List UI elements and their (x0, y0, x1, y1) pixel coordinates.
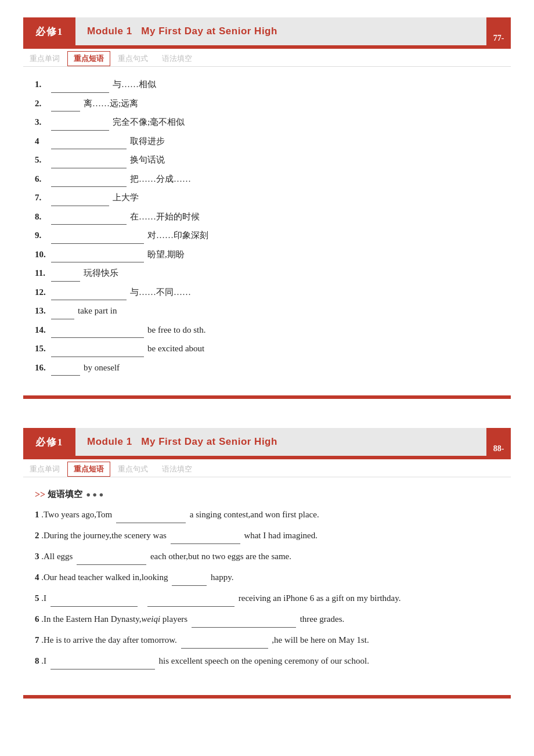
module-title-bar-1: Module 1 My First Day at Senior High (75, 17, 486, 45)
module-header-2: 必修1 Module 1 My First Day at Senior High… (23, 428, 511, 456)
phrase-item-10: 10. 盼望,期盼 (35, 247, 499, 263)
blank-16[interactable] (51, 361, 80, 376)
spacer-1 (23, 416, 511, 428)
fill-item-4: 4 .Our head teacher walked in,looking ha… (35, 570, 499, 586)
module-title-2: Module 1 My First Day at Senior High (87, 436, 277, 448)
fill-blank-4[interactable] (172, 570, 207, 586)
tab-sentences-1[interactable]: 重点句式 (111, 51, 154, 66)
fill-blank-7[interactable] (181, 632, 268, 649)
nav-tabs-1: 重点单词 重点短语 重点句式 语法填空 (23, 49, 511, 67)
nav-tabs-2: 重点单词 重点短语 重点句式 语法填空 (23, 459, 511, 477)
blank-6[interactable] (51, 172, 127, 188)
bottom-red-bar-2 (23, 695, 511, 699)
phrase-item-5: 5. 换句话说 (35, 153, 499, 168)
page-num-1: 77- (486, 17, 511, 45)
blank-13[interactable] (51, 304, 74, 319)
fill-item-6: 6 .In the Eastern Han Dynasty,weiqi play… (35, 611, 499, 628)
section-1: 必修1 Module 1 My First Day at Senior High… (23, 17, 511, 399)
blank-8[interactable] (51, 210, 127, 225)
fill-blank-5a[interactable] (50, 591, 138, 607)
phrase-item-1: 1. 与……相似 (35, 77, 499, 93)
module-title-bar-2: Module 1 My First Day at Senior High (75, 428, 486, 456)
fill-blank-2[interactable] (171, 528, 240, 544)
phrase-item-2: 2. 离……远;远离 (35, 96, 499, 112)
phrase-item-8: 8. 在……开始的时候 (35, 210, 499, 225)
fill-section: >> 短语填空 ● ● ● 1 .Two years ago,Tom a sin… (23, 483, 511, 686)
fill-blank-3[interactable] (77, 549, 146, 565)
phrase-item-9: 9. 对……印象深刻 (35, 228, 499, 244)
blank-10[interactable] (51, 247, 144, 263)
tab-phrases-1[interactable]: 重点短语 (67, 51, 110, 66)
tab-keywords-1[interactable]: 重点单词 (23, 51, 66, 66)
phrase-item-14: 14. be free to do sth. (35, 323, 499, 339)
fill-blank-6[interactable] (192, 611, 296, 628)
module-header-1: 必修1 Module 1 My First Day at Senior High… (23, 17, 511, 45)
blank-9[interactable] (51, 228, 144, 244)
tab-grammar-1[interactable]: 语法填空 (156, 51, 199, 66)
spacer-2 (23, 716, 511, 728)
fill-blank-8[interactable] (50, 653, 155, 669)
blank-14[interactable] (51, 323, 144, 339)
fill-item-5: 5 .I receiving an iPhone 6 as a gift on … (35, 591, 499, 607)
module-badge-1: 必修1 (23, 17, 75, 45)
fill-item-7: 7 .He is to arrive the day after tomorro… (35, 632, 499, 649)
phrase-item-11: 11. 玩得快乐 (35, 266, 499, 282)
fill-title: >> 短语填空 ● ● ● (35, 489, 499, 500)
blank-4[interactable] (51, 134, 127, 150)
blank-5[interactable] (51, 153, 127, 168)
phrase-item-15: 15. be excited about (35, 341, 499, 357)
bottom-red-bar-1 (23, 395, 511, 399)
phrase-item-3: 3. 完全不像;毫不相似 (35, 115, 499, 131)
section-2: 必修1 Module 1 My First Day at Senior High… (23, 428, 511, 699)
fill-blank-1[interactable] (116, 507, 186, 523)
phrase-item-4: 4 取得进步 (35, 134, 499, 150)
fill-item-8: 8 .I his excellent speech on the opening… (35, 653, 499, 669)
tab-grammar-2[interactable]: 语法填空 (156, 462, 199, 477)
blank-11[interactable] (51, 266, 80, 282)
phrase-item-12: 12. 与……不同…… (35, 285, 499, 301)
fill-item-1: 1 .Two years ago,Tom a singing contest,a… (35, 507, 499, 523)
phrase-item-6: 6. 把……分成…… (35, 172, 499, 188)
phrase-item-13: 13. take part in (35, 304, 499, 319)
fill-blank-5b[interactable] (147, 591, 234, 607)
tab-sentences-2[interactable]: 重点句式 (111, 462, 154, 477)
phrase-item-7: 7. 上大学 (35, 190, 499, 206)
page-num-2: 88- (486, 428, 511, 456)
module-badge-2: 必修1 (23, 428, 75, 456)
phrase-item-16: 16. by oneself (35, 361, 499, 376)
blank-3[interactable] (51, 115, 109, 131)
blank-15[interactable] (51, 341, 144, 357)
blank-1[interactable] (51, 77, 109, 93)
blank-2[interactable] (51, 96, 80, 112)
blank-12[interactable] (51, 285, 127, 301)
tab-keywords-2[interactable]: 重点单词 (23, 462, 66, 477)
blank-7[interactable] (51, 190, 109, 206)
tab-phrases-2[interactable]: 重点短语 (67, 462, 110, 477)
phrase-list-1: 1. 与……相似 2. 离……远;远离 3. 完全不像;毫不相似 4 取得进步 (23, 73, 511, 386)
module-title-1: Module 1 My First Day at Senior High (87, 26, 277, 37)
fill-item-2: 2 .During the journey,the scenery was wh… (35, 528, 499, 544)
fill-item-3: 3 .All eggs each other,but no two eggs a… (35, 549, 499, 565)
